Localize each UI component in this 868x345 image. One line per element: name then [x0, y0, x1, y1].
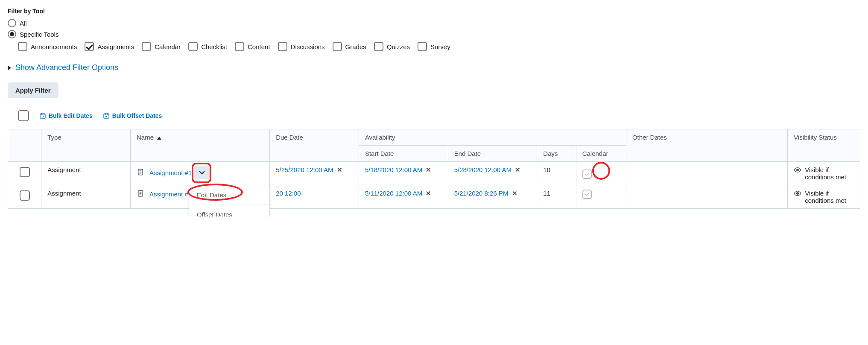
check-grades[interactable]: Grades	[333, 42, 366, 51]
bulk-edit-label: Bulk Edit Dates	[49, 112, 93, 119]
assignment-icon	[137, 168, 144, 177]
tool-checkboxes: Announcements Assignments Calendar Check…	[18, 42, 860, 51]
header-availability: Availability	[359, 129, 626, 146]
check-announcements[interactable]: Announcements	[18, 42, 77, 51]
start-date-link[interactable]: 5/11/2020 12:00 AM	[365, 190, 422, 197]
assignment-icon	[137, 190, 144, 199]
check-content[interactable]: Content	[235, 42, 270, 51]
radio-all[interactable]	[8, 19, 16, 27]
assignment-link[interactable]: Assignment #2	[149, 190, 192, 198]
cell-due: 20 12:00	[270, 185, 359, 209]
checkbox-quizzes[interactable]	[374, 42, 383, 51]
menu-offset-dates[interactable]: Offset Dates	[189, 205, 269, 216]
row-actions-menu: Edit Dates Offset Dates	[189, 185, 270, 216]
clear-start-icon[interactable]: ✕	[426, 166, 431, 174]
checkbox-announcements[interactable]	[18, 42, 27, 51]
checkbox-assignments[interactable]	[85, 42, 94, 51]
check-quizzes[interactable]: Quizzes	[374, 42, 410, 51]
cell-days: 10	[537, 162, 576, 185]
due-date-link[interactable]: 20 12:00	[276, 190, 301, 197]
clear-start-icon[interactable]: ✕	[426, 190, 431, 197]
header-other[interactable]: Other Dates	[626, 129, 787, 162]
cell-type: Assignment	[41, 162, 131, 185]
dates-table: Type Name Due Date Availability Other Da…	[8, 129, 860, 209]
cell-other	[626, 162, 787, 185]
visibility-text: Visible if conditions met	[805, 190, 854, 204]
cell-other	[626, 185, 787, 209]
radio-all-label: All	[20, 20, 27, 27]
annotation-red-circle	[592, 162, 610, 180]
end-date-link[interactable]: 5/28/2020 12:00 AM	[454, 166, 511, 173]
header-start[interactable]: Start Date	[359, 146, 448, 162]
calendar-offset-icon	[103, 112, 110, 119]
header-visibility[interactable]: Visibility Status	[788, 129, 860, 162]
checkbox-content[interactable]	[235, 42, 244, 51]
bulk-offset-dates-link[interactable]: Bulk Offset Dates	[103, 112, 162, 119]
header-type[interactable]: Type	[41, 129, 131, 162]
checkbox-discussions[interactable]	[278, 42, 287, 51]
assignment-link[interactable]: Assignment #1	[149, 169, 192, 176]
checkbox-checklist[interactable]	[188, 42, 198, 51]
filter-all-row[interactable]: All	[8, 19, 860, 27]
row-checkbox[interactable]	[20, 167, 30, 177]
clear-due-icon[interactable]: ✕	[337, 166, 342, 174]
label-discussions: Discussions	[291, 43, 325, 50]
svg-point-5	[796, 192, 799, 195]
bulk-edit-dates-link[interactable]: Bulk Edit Dates	[39, 112, 93, 119]
header-days[interactable]: Days	[537, 146, 576, 162]
advanced-filter-row[interactable]: Show Advanced Filter Options	[8, 63, 860, 72]
calendar-checkbox[interactable]	[582, 190, 592, 199]
visibility-icon	[794, 190, 801, 199]
start-date-link[interactable]: 5/18/2020 12:00 AM	[365, 166, 422, 173]
clear-end-icon[interactable]: ✕	[515, 166, 520, 174]
cell-start: 5/18/2020 12:00 AM ✕	[359, 162, 448, 185]
header-due[interactable]: Due Date	[270, 129, 359, 162]
advanced-filter-link[interactable]: Show Advanced Filter Options	[15, 63, 118, 72]
label-assignments: Assignments	[97, 43, 134, 50]
radio-specific[interactable]	[8, 30, 16, 38]
calendar-checkbox[interactable]	[582, 170, 592, 179]
radio-specific-label: Specific Tools	[20, 31, 58, 38]
cell-due: 5/25/2020 12:00 AM ✕	[270, 162, 359, 185]
check-survey[interactable]: Survey	[418, 42, 450, 51]
filter-specific-row[interactable]: Specific Tools	[8, 30, 860, 38]
apply-filter-button[interactable]: Apply Filter	[8, 82, 58, 98]
label-content: Content	[248, 43, 270, 50]
bulk-select-all-checkbox[interactable]	[18, 110, 29, 121]
cell-calendar	[576, 185, 626, 209]
filter-by-tool-title: Filter by Tool	[8, 8, 860, 15]
checkbox-survey[interactable]	[418, 42, 427, 51]
header-calendar[interactable]: Calendar	[576, 146, 626, 162]
menu-edit-dates[interactable]: Edit Dates	[189, 185, 269, 205]
check-discussions[interactable]: Discussions	[278, 42, 325, 51]
annotation-red-box	[192, 163, 211, 183]
menu-offset-label: Offset Dates	[197, 211, 232, 216]
calendar-edit-icon	[39, 112, 46, 119]
cell-calendar	[576, 162, 626, 185]
table-row: Assignment Assignment #2 20 12:00 5/11/2…	[8, 185, 860, 209]
cell-visibility: Visible if conditions met	[788, 162, 860, 185]
header-end[interactable]: End Date	[448, 146, 537, 162]
clear-end-icon[interactable]: ✕	[512, 190, 517, 197]
row-actions-button[interactable]	[194, 166, 210, 179]
label-quizzes: Quizzes	[387, 43, 410, 50]
visibility-icon	[794, 166, 801, 175]
check-checklist[interactable]: Checklist	[188, 42, 227, 51]
due-date-link[interactable]: 5/25/2020 12:00 AM	[276, 166, 333, 173]
header-name[interactable]: Name	[131, 129, 270, 162]
label-announcements: Announcements	[31, 43, 77, 50]
checkbox-grades[interactable]	[333, 42, 342, 51]
cell-end: 5/21/2020 8:26 PM ✕	[448, 185, 537, 209]
label-grades: Grades	[345, 43, 366, 50]
check-calendar[interactable]: Calendar	[142, 42, 181, 51]
end-date-link[interactable]: 5/21/2020 8:26 PM	[454, 190, 509, 197]
annotation-red-oval	[187, 184, 243, 201]
label-survey: Survey	[430, 43, 450, 50]
cell-type: Assignment	[41, 185, 131, 209]
label-checklist: Checklist	[201, 43, 227, 50]
cell-end: 5/28/2020 12:00 AM ✕	[448, 162, 537, 185]
check-assignments[interactable]: Assignments	[85, 42, 134, 51]
cell-visibility: Visible if conditions met	[788, 185, 860, 209]
checkbox-calendar[interactable]	[142, 42, 151, 51]
row-checkbox[interactable]	[20, 190, 30, 201]
